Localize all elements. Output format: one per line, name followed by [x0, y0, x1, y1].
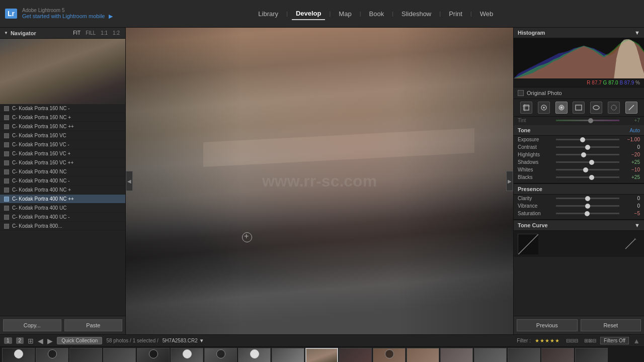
- filmstrip-thumb[interactable]: [373, 348, 406, 362]
- preset-item[interactable]: C- Kodak Portra 400 NC +: [0, 186, 125, 195]
- fit-btn-fit[interactable]: FIT: [71, 30, 82, 36]
- presence-section-header: Presence: [514, 183, 644, 195]
- preset-item[interactable]: C- Kodak Portra 160 VC: [0, 131, 125, 140]
- tone-curve-header: Tone Curve ▼: [514, 219, 644, 231]
- vibrance-thumb[interactable]: [585, 204, 590, 209]
- filmstrip-thumb-selected[interactable]: [305, 348, 338, 362]
- filmstrip-thumb[interactable]: [474, 348, 507, 362]
- navigator-preview: [0, 39, 125, 104]
- preset-icon: [4, 197, 9, 202]
- filmstrip-thumb[interactable]: [440, 348, 473, 362]
- nav-library[interactable]: Library: [254, 8, 282, 20]
- whites-label: Whites: [518, 167, 553, 172]
- preset-item[interactable]: C- Kodak Portra 400 NC: [0, 167, 125, 176]
- preset-item-selected[interactable]: C- Kodak Portra 400 NC ++: [0, 195, 125, 204]
- tone-auto-button[interactable]: Auto: [629, 128, 640, 133]
- preset-name: C- Kodak Portra 400 NC +: [12, 187, 71, 193]
- previous-button[interactable]: Previous: [517, 319, 578, 331]
- reset-button[interactable]: Reset: [581, 319, 641, 331]
- filmstrip-thumb[interactable]: [36, 348, 68, 362]
- preset-item[interactable]: C- Kodak Portra 160 VC +: [0, 149, 125, 158]
- right-panel-bottom: Previous Reset: [514, 316, 644, 334]
- right-panel-collapse[interactable]: ▶: [506, 171, 513, 191]
- next-arrow[interactable]: ▶: [47, 337, 53, 345]
- contrast-track: [556, 146, 619, 148]
- preset-item[interactable]: C- Kodak Portra 160 NC ++: [0, 122, 125, 131]
- crop-overlay-tool[interactable]: [520, 102, 532, 114]
- tone-curve-triangle[interactable]: ▼: [634, 222, 640, 228]
- filmstrip-thumb[interactable]: [339, 348, 372, 362]
- filmstrip-thumb[interactable]: [2, 348, 35, 362]
- main-photo-area: www.rr-sc.com: [126, 28, 513, 334]
- filmstrip-thumb[interactable]: [204, 348, 237, 362]
- preset-item[interactable]: C- Kodak Portra 800...: [0, 222, 125, 231]
- nav-develop[interactable]: Develop: [292, 8, 326, 20]
- view-mode-1[interactable]: 1: [4, 337, 12, 344]
- nav-slideshow[interactable]: Slideshow: [397, 8, 435, 20]
- adjustment-brush-tool[interactable]: [608, 102, 620, 114]
- spot-removal-tool[interactable]: [538, 102, 550, 114]
- tint-thumb[interactable]: [588, 118, 593, 123]
- tone-curve-edit-icon[interactable]: [623, 236, 638, 251]
- preset-icon: [4, 188, 9, 193]
- shadows-thumb[interactable]: [589, 160, 594, 165]
- filmstrip-thumb[interactable]: [575, 348, 608, 362]
- tone-curve-canvas[interactable]: [518, 234, 538, 254]
- fit-btn-1-1[interactable]: 1:1: [99, 30, 109, 36]
- filmstrip-thumb[interactable]: [137, 348, 170, 362]
- contrast-thumb[interactable]: [585, 145, 590, 150]
- filename-dropdown[interactable]: 5H7A2583.CR2 ▼: [163, 338, 204, 343]
- radial-filter-tool[interactable]: [590, 102, 602, 114]
- presets-list: C- Kodak Portra 160 NC - C- Kodak Portra…: [0, 104, 125, 316]
- preset-name: C- Kodak Portra 160 NC ++: [12, 124, 74, 129]
- original-photo-checkbox[interactable]: [518, 90, 524, 96]
- exposure-row: Exposure −1.00: [514, 136, 644, 143]
- nav-print[interactable]: Print: [445, 8, 466, 20]
- preset-item[interactable]: C- Kodak Portra 400 UC: [0, 204, 125, 213]
- paste-button[interactable]: Paste: [64, 319, 123, 331]
- filmstrip-thumb[interactable]: [508, 348, 540, 362]
- preset-item[interactable]: C- Kodak Portra 160 NC +: [0, 113, 125, 122]
- navigator-collapse-icon[interactable]: ▼: [4, 31, 8, 35]
- quick-collection-button[interactable]: Quick Collection: [57, 337, 102, 344]
- filters-off-button[interactable]: Filters Off: [600, 337, 629, 344]
- red-eye-tool[interactable]: [555, 102, 568, 114]
- histogram-triangle[interactable]: ▼: [634, 30, 640, 36]
- left-panel-collapse[interactable]: ◀: [126, 171, 133, 191]
- blacks-thumb[interactable]: [589, 175, 594, 180]
- filmstrip-thumb[interactable]: [272, 348, 304, 362]
- fit-btn-1-2[interactable]: 1:2: [111, 30, 121, 36]
- preset-name: C- Kodak Portra 400 NC -: [12, 178, 70, 184]
- copy-button[interactable]: Copy...: [3, 319, 61, 331]
- whites-thumb[interactable]: [583, 167, 588, 172]
- filmstrip-thumb[interactable]: [541, 348, 574, 362]
- preset-item[interactable]: C- Kodak Portra 400 NC -: [0, 176, 125, 186]
- filmstrip-thumb[interactable]: [407, 348, 439, 362]
- star-rating[interactable]: ★★★★★: [535, 338, 560, 343]
- filmstrip-thumb[interactable]: [171, 348, 203, 362]
- preset-item[interactable]: C- Kodak Portra 160 VC -: [0, 140, 125, 149]
- fit-btn-fill[interactable]: FILL: [84, 30, 97, 36]
- filmstrip-thumb[interactable]: [103, 348, 136, 362]
- prev-arrow[interactable]: ◀: [38, 337, 43, 345]
- nav-web[interactable]: Web: [476, 8, 498, 20]
- view-mode-2[interactable]: 2: [16, 337, 24, 344]
- preset-item[interactable]: C- Kodak Portra 160 VC ++: [0, 158, 125, 167]
- preset-item[interactable]: C- Kodak Portra 160 NC -: [0, 104, 125, 113]
- exposure-thumb[interactable]: [580, 137, 585, 142]
- histogram-canvas: [514, 38, 644, 78]
- nav-map[interactable]: Map: [335, 8, 355, 20]
- highlights-thumb[interactable]: [581, 152, 586, 157]
- hsl-tool[interactable]: [625, 102, 637, 114]
- nav-book[interactable]: Book: [365, 8, 388, 20]
- filmstrip-thumb[interactable]: [238, 348, 271, 362]
- graduated-filter-tool[interactable]: [573, 102, 585, 114]
- filmstrip-thumb[interactable]: [69, 348, 102, 362]
- clarity-thumb[interactable]: [585, 196, 590, 201]
- app-subtitle[interactable]: Get started with Lightroom mobile ▶: [22, 13, 113, 20]
- preset-icon: [4, 224, 9, 229]
- preset-item[interactable]: C- Kodak Portra 400 UC -: [0, 213, 125, 222]
- saturation-thumb[interactable]: [585, 211, 590, 216]
- grid-view-icon[interactable]: ⊞: [28, 337, 34, 345]
- filmstrip-expand-icon[interactable]: ▲: [633, 337, 640, 345]
